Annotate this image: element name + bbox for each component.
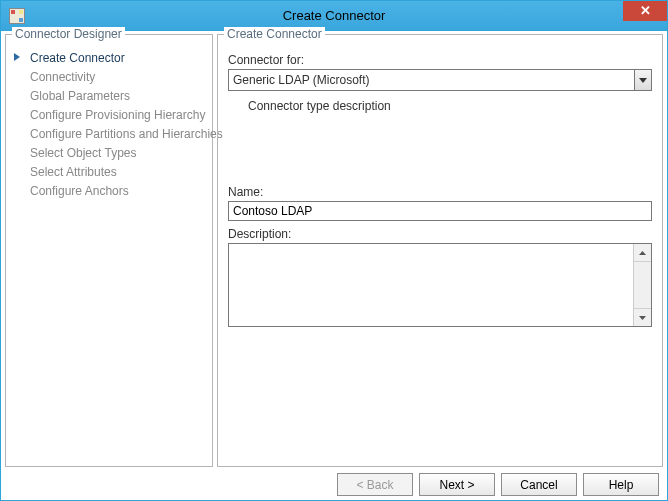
scroll-down-icon[interactable] [634,308,651,326]
wizard-button-bar: < Back Next > Cancel Help [5,467,663,496]
close-button[interactable]: ✕ [623,1,667,21]
create-connector-legend: Create Connector [224,27,325,41]
window-title: Create Connector [1,8,667,23]
description-textarea[interactable] [229,244,633,326]
connector-for-label: Connector for: [228,53,652,67]
step-configure-provisioning-hierarchy[interactable]: Configure Provisioning Hierarchy [12,106,206,125]
connector-designer-legend: Connector Designer [12,27,125,41]
name-input[interactable] [228,201,652,221]
svg-marker-0 [639,78,647,83]
svg-marker-2 [639,316,646,320]
step-select-object-types[interactable]: Select Object Types [12,144,206,163]
description-field [228,243,652,327]
step-select-attributes[interactable]: Select Attributes [12,163,206,182]
connector-for-value: Generic LDAP (Microsoft) [229,73,634,87]
scroll-up-icon[interactable] [634,244,651,262]
name-label: Name: [228,185,652,199]
step-global-parameters[interactable]: Global Parameters [12,87,206,106]
back-button: < Back [337,473,413,496]
connector-designer-panel: Connector Designer Create Connector Conn… [5,34,213,467]
wizard-steps-list: Create Connector Connectivity Global Par… [12,49,206,201]
svg-marker-1 [639,251,646,255]
step-configure-partitions-and-hierarchies[interactable]: Configure Partitions and Hierarchies [12,125,206,144]
description-label: Description: [228,227,652,241]
connector-type-description: Connector type description [248,99,652,113]
create-connector-panel: Create Connector Connector for: Generic … [217,34,663,467]
step-configure-anchors[interactable]: Configure Anchors [12,182,206,201]
next-button[interactable]: Next > [419,473,495,496]
cancel-button[interactable]: Cancel [501,473,577,496]
window-frame: Create Connector ✕ Connector Designer Cr… [0,0,668,501]
step-connectivity[interactable]: Connectivity [12,68,206,87]
description-scrollbar[interactable] [633,244,651,326]
help-button[interactable]: Help [583,473,659,496]
connector-for-select[interactable]: Generic LDAP (Microsoft) [228,69,652,91]
chevron-down-icon[interactable] [634,70,651,90]
step-create-connector[interactable]: Create Connector [12,49,206,68]
